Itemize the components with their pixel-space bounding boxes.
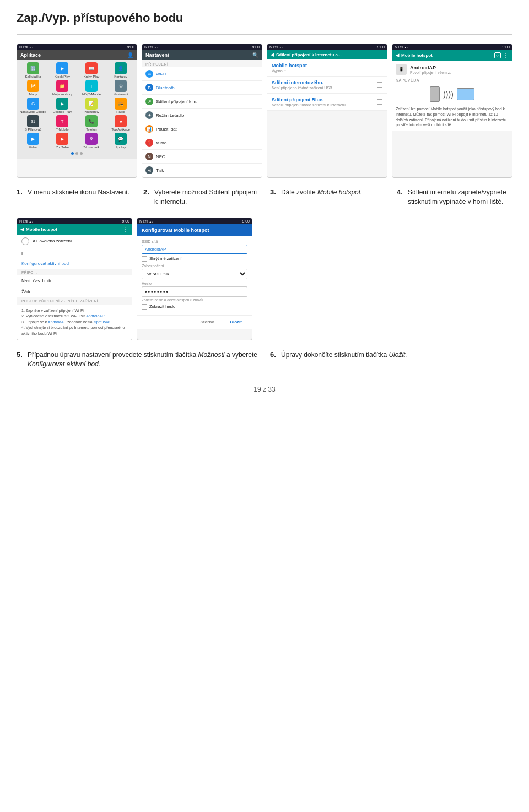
list-item[interactable]: 31S Plánovač <box>19 115 47 131</box>
bt-checkbox[interactable] <box>377 99 382 105</box>
phone4-help-text: Zařízení lze pomocí Mobile hotspot použí… <box>396 106 509 128</box>
bluetooth-label: Bluetooth <box>156 85 175 90</box>
phone5-menu[interactable]: ⋮ <box>123 226 128 232</box>
phone5-postup-header: POSTUP PŘIPOJENÍ Z JINÝCH ZAŘÍZENÍ <box>17 297 132 305</box>
phone6-save-button[interactable]: Uložit <box>224 318 247 326</box>
settings-item-wifi[interactable]: ≋ Wi-Fi <box>142 67 262 81</box>
phone5-pripojeni-label: PŘIPO... <box>21 270 37 274</box>
phone5-carrier: N LTE ▲↓ <box>19 219 33 223</box>
phone5-povolena: A Povolená zařízení <box>33 239 72 243</box>
usb-title: Sdílení internetového. <box>272 80 333 85</box>
phone5-radio-icon <box>21 237 29 245</box>
list-item[interactable]: GNastavení Google <box>19 98 47 113</box>
list-item[interactable]: TMůj T-Mobile <box>78 80 105 96</box>
phone5-steps: 1. Zapněte v zařízení připojení Wi-Fi 2.… <box>17 305 132 340</box>
phone5-header: ◀ Mobile hotspot ⋮ <box>17 224 132 235</box>
phone6-ssid-input[interactable] <box>142 245 247 254</box>
settings-item-bluetooth[interactable]: B Bluetooth <box>142 81 262 95</box>
list-item[interactable]: 📁Moje soubory <box>48 80 76 96</box>
phone2-time: 9:00 <box>252 45 260 49</box>
list-item: 1. Zapněte v zařízení připojení Wi-Fi <box>21 308 127 314</box>
share-item-bt[interactable]: Sdílení připojení Blue. Nesdílí připojen… <box>267 94 387 111</box>
list-item[interactable]: TT-Mobile <box>48 115 76 131</box>
list-item[interactable]: 💬Zprávy <box>107 133 134 149</box>
phone4-toggle[interactable]: ○ <box>494 52 501 58</box>
phone1-header-icon: 👤 <box>127 52 133 58</box>
list-item: 4. Vychutnejte si brouzdání po Internetu… <box>21 325 127 337</box>
phone5-p-label: P <box>21 251 24 256</box>
list-item: 3. Připojte se k AndroidAP zadáním hesla… <box>21 320 127 326</box>
soubory-icon: 📁 <box>56 80 68 92</box>
list-item[interactable]: 🎙Záznamník <box>78 133 105 149</box>
phone6-cancel-button[interactable]: Storno <box>195 318 220 326</box>
settings-item-letadlo[interactable]: ✈ Režim Letadlo <box>142 109 262 122</box>
topaplikace-icon: ★ <box>115 115 127 127</box>
list-item[interactable]: ▶Kiosk Play <box>48 62 76 78</box>
instruction-1: 1. V menu stisknete ikonu Nastavení. <box>17 188 132 207</box>
phone3-share-list: Mobile hotspot Vypnout Sdílení interneto… <box>267 59 387 111</box>
app-label: Mapy <box>29 93 37 96</box>
phone4-back[interactable]: ◀ <box>396 53 399 58</box>
back-arrow[interactable]: ◀ <box>271 52 274 57</box>
phone6-statusbar: N LTE ▲↓ 9:00 <box>137 218 252 224</box>
tisk-label: Tisk <box>156 168 164 173</box>
phone5-connected-row: A Povolená zařízení <box>17 235 132 248</box>
app-label: Kalkulačka <box>25 75 41 78</box>
list-item[interactable]: ▶Video <box>19 133 47 149</box>
phone1-header-title: Aplikace <box>20 52 41 58</box>
app-label: S Plánovač <box>25 128 41 131</box>
list-item[interactable]: 📞Telefon <box>78 115 105 131</box>
list-item[interactable]: 📖Knihy Play <box>78 62 105 78</box>
phone5-konfig-row[interactable]: Konfigurovat aktivní bod <box>17 258 132 269</box>
phone6-showpw-checkbox[interactable] <box>142 304 147 310</box>
letadlo-label: Režim Letadlo <box>156 113 184 118</box>
phone6-hide-label: Skrýt mé zařízení <box>149 256 181 261</box>
phone4-menu[interactable]: ⋮ <box>503 52 509 58</box>
share-item-hotspot[interactable]: Mobile hotspot Vypnout <box>267 59 387 77</box>
settings-item-sdileni[interactable]: ↗ Sdílení připojení k In. <box>142 95 262 109</box>
zaznamnik-icon: 🎙 <box>85 133 98 145</box>
title-divider <box>17 34 512 35</box>
list-item[interactable]: ★Top Aplikace <box>107 115 134 131</box>
app-label: Top Aplikace <box>111 128 130 131</box>
app-label: Záznamník <box>83 145 100 149</box>
phone4-body: 📱 AndroidAP Povolí připojení všem z. NÁP… <box>392 61 512 131</box>
list-item[interactable]: ⚙Nastavení <box>107 80 134 96</box>
phone4-ap-icon: 📱 <box>396 64 407 75</box>
nav-dot <box>75 152 78 155</box>
settings-item-nfc[interactable]: N NFC <box>142 150 262 164</box>
phone6-hide-checkbox[interactable] <box>142 256 147 262</box>
list-item[interactable]: 🔢Kalkulačka <box>19 62 47 78</box>
list-item[interactable]: ▶Obchod Play <box>48 98 76 113</box>
settings-item-data[interactable]: 📊 Použití dat <box>142 122 262 136</box>
usb-checkbox[interactable] <box>377 82 382 88</box>
phone1-carrier: N LTE ▲↓ <box>19 45 33 49</box>
phone2-search-icon[interactable]: 🔍 <box>252 52 258 58</box>
share-item-usb[interactable]: Sdílení internetového. Není připojeno žá… <box>267 77 387 94</box>
phone5-zadr-label: Žádr... <box>21 289 34 294</box>
bt-title: Sdílení připojení Blue. <box>272 97 375 102</box>
list-item[interactable]: 👤Kontakty <box>107 62 134 78</box>
phone5-back[interactable]: ◀ <box>20 227 24 232</box>
settings-item-tisk[interactable]: 🖨 Tisk <box>142 164 262 177</box>
sdileni-label: Sdílení připojení k In. <box>156 99 197 104</box>
phone6-hint: Zadejte heslo o délce alespoň 8 znaků. <box>142 298 247 302</box>
list-item[interactable]: 📻Rádio <box>107 98 134 113</box>
settings-item-misto[interactable]: 📍 Místo <box>142 136 262 150</box>
phone1-screenshot: N LTE ▲↓ 9:00 Aplikace 👤 🔢Kalkulačka ▶Ki… <box>17 44 137 178</box>
list-item[interactable]: 🗺Mapy <box>19 80 47 96</box>
mapy-icon: 🗺 <box>27 80 39 92</box>
page-number: 19 z 33 <box>17 386 512 404</box>
phone6-hide-row: Skrýt mé zařízení <box>142 256 247 262</box>
phone3-header-title: Sdílení připojení k Internetu a... <box>276 52 384 57</box>
app-label: Obchod Play <box>53 110 72 113</box>
misto-label: Místo <box>156 140 167 145</box>
list-item[interactable]: ▶YouTube <box>48 133 76 149</box>
phone3-screenshot: N LTE ▲↓ 9:00 ◀ Sdílení připojení k Inte… <box>267 44 387 178</box>
list-item[interactable]: 📝Poznámky <box>78 98 105 113</box>
phone6-security-select[interactable]: WPA2 PSK <box>142 269 247 279</box>
instruction-2-number: 2. <box>143 188 151 196</box>
app-label: Moje soubory <box>52 93 72 96</box>
kioskplay-icon: ▶ <box>56 62 68 74</box>
phone5-nast-row[interactable]: Nast. čas. limitu <box>17 275 132 286</box>
